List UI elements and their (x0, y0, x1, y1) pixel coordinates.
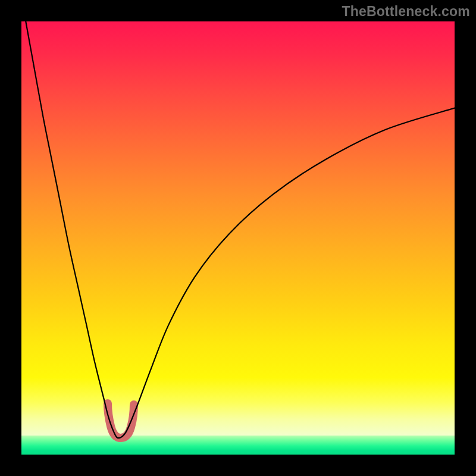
bottleneck-curve-line (26, 21, 455, 438)
plot-area (21, 21, 455, 455)
watermark-text: TheBottleneck.com (342, 4, 470, 20)
chart-svg (21, 21, 455, 455)
highlight-path (108, 403, 134, 438)
chart-frame: TheBottleneck.com (0, 0, 476, 476)
